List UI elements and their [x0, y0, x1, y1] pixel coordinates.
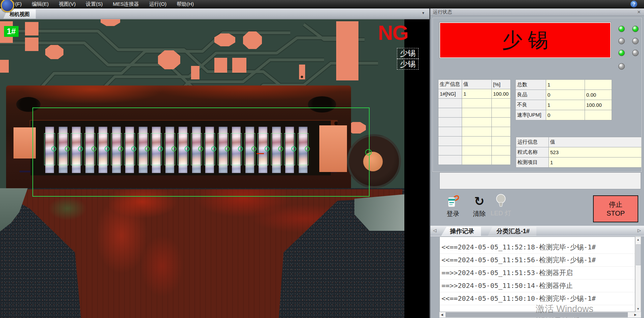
defect-label: 少锡 — [397, 48, 419, 59]
pcb-pad — [45, 45, 63, 59]
pcb-pad — [25, 22, 38, 35]
defect-label-list: 少锡 少锡 — [397, 48, 419, 70]
table-row: 总数1 — [516, 80, 612, 90]
production-table: 生产信息值[%] 1#[NG]1100.00 — [438, 79, 511, 165]
table-row — [438, 118, 511, 127]
alert-banner: 少锡 — [439, 22, 611, 58]
stats-table: 总数1 良品00.00 不良1100.00 速率[UPM]0 — [515, 79, 612, 120]
table-row — [438, 127, 511, 137]
refresh-icon: ↻ — [474, 195, 484, 208]
close-icon[interactable]: × — [637, 8, 641, 16]
pcb-pad — [336, 21, 358, 80]
scroll-left-icon[interactable]: ◄ — [440, 312, 444, 318]
menu-edit[interactable]: 编辑(E) — [27, 1, 54, 7]
table-row — [438, 99, 511, 108]
badge-icon — [440, 194, 465, 209]
pcb-pad — [0, 60, 9, 73]
tab-operation-log[interactable]: 操作记录 — [441, 227, 481, 236]
log-entry[interactable]: <<==2024-05-05_11:51:56-检测完毕-少锡-1# — [440, 254, 635, 267]
log-entry[interactable]: <<==2024-05-05_11:50:10-检测完毕-少锡-1# — [440, 292, 635, 305]
horizontal-scrollbar-thumb[interactable] — [446, 312, 628, 317]
table-row — [438, 137, 511, 146]
roi-marker-icon — [365, 149, 372, 155]
defect-label: 少锡 — [397, 59, 419, 70]
led-light-button[interactable]: LED 灯 — [488, 193, 513, 218]
log-entry[interactable]: ==>>2024-05-05_11:51:53-检测器开启 — [440, 267, 635, 279]
horizontal-scrollbar[interactable]: ◄ ► — [439, 312, 641, 318]
tab-classification-summary[interactable]: 分类汇总-1# — [488, 227, 536, 236]
table-row — [438, 146, 511, 155]
log-entry[interactable]: <<==2024-05-05_11:52:18-检测完毕-少锡-1# — [440, 241, 635, 254]
table-row — [438, 155, 511, 165]
table-row: 1#[NG]1100.00 — [438, 89, 511, 99]
log-tab-bar: ◁ 操作记录 分类汇总-1# ▷ — [430, 226, 644, 236]
pcb-pad — [299, 65, 305, 79]
status-light — [618, 26, 625, 32]
scroll-down-icon[interactable]: ▼ — [636, 306, 641, 312]
table-row: 良品00.00 — [516, 90, 612, 100]
help-icon[interactable]: ? — [630, 1, 637, 7]
camera-view[interactable]: 1# NG 少锡 少锡 — [0, 19, 429, 318]
log-entry[interactable]: ==>>2024-05-05_11:50:14-检测器停止 — [440, 279, 635, 292]
table-row: 速率[UPM]0 — [516, 110, 612, 120]
status-light — [632, 50, 639, 56]
pcb-pad — [25, 38, 38, 51]
pcb-pad — [214, 58, 227, 73]
run-info-table: 运行信息值 程式名称523 检测项目1 — [516, 137, 642, 168]
run-status-panel: 运行状态 × 少锡 生产信息值[%] 1#[NG]1100.00 — [430, 8, 644, 318]
alert-text: 少锡 — [497, 27, 554, 54]
status-light — [618, 63, 625, 70]
clear-button[interactable]: ↻ 清除 — [467, 194, 492, 218]
status-light — [632, 38, 639, 44]
pcb-image — [0, 19, 404, 318]
menu-run[interactable]: 运行(O) — [144, 1, 172, 7]
menu-view[interactable]: 视图(V) — [54, 1, 81, 7]
stop-button[interactable]: 停止 STOP — [593, 195, 638, 222]
message-box — [439, 172, 641, 189]
panel-title-bar: 运行状态 × — [430, 8, 644, 16]
inspection-roi-rect — [32, 107, 370, 197]
menu-mes-connector[interactable]: MES连接器 — [108, 1, 144, 7]
vertical-scrollbar-thumb[interactable] — [636, 244, 641, 265]
status-light — [632, 26, 639, 32]
tab-dropdown-icon[interactable]: ▼ — [419, 10, 427, 16]
view-tab-bar: 相机视图 ▼ — [0, 8, 429, 19]
menu-settings[interactable]: 设置(S) — [81, 1, 108, 7]
pcb-pad — [191, 66, 199, 79]
tab-scroll-left-icon[interactable]: ◁ — [433, 228, 436, 233]
pcb-pad — [232, 58, 246, 73]
table-row: 不良1100.00 — [516, 100, 612, 110]
login-button[interactable]: 登录 — [440, 194, 465, 218]
bulb-icon — [488, 193, 513, 208]
status-light — [618, 50, 625, 56]
menu-help[interactable]: 帮助(H) — [171, 1, 199, 7]
station-label: 1# — [4, 26, 19, 37]
table-row: 检测项目1 — [516, 157, 642, 168]
operation-log-list[interactable]: <<==2024-05-05_11:52:18-检测完毕-少锡-1# <<==2… — [439, 237, 635, 312]
tab-scroll-right-icon[interactable]: ▷ — [638, 228, 641, 233]
app-window: 文件(F) 编辑(E) 视图(V) 设置(S) MES连接器 运行(O) 帮助(… — [0, 0, 644, 318]
status-light — [618, 38, 625, 44]
menu-bar: 文件(F) 编辑(E) 视图(V) 设置(S) MES连接器 运行(O) 帮助(… — [0, 0, 644, 8]
pcb-pad — [243, 31, 262, 49]
vertical-scrollbar[interactable]: ▲ ▼ — [635, 237, 641, 312]
table-row — [438, 108, 511, 118]
scroll-right-icon[interactable]: ► — [634, 312, 637, 318]
scroll-up-icon[interactable]: ▲ — [636, 237, 641, 242]
panel-title: 运行状态 — [433, 9, 452, 15]
table-row: 程式名称523 — [516, 147, 642, 157]
inspection-result-text: NG — [378, 21, 408, 45]
